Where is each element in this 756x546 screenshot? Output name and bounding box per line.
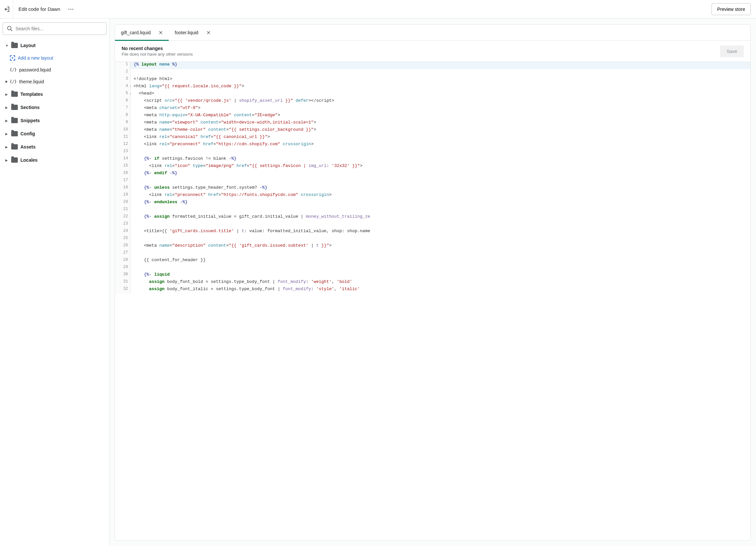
svg-point-1 xyxy=(70,9,71,10)
caret-icon: ▶ xyxy=(5,119,9,123)
line-number: 15 xyxy=(115,163,130,171)
code-line[interactable] xyxy=(130,69,750,76)
tabs: gift_card.liquid✕footer.liquid✕ xyxy=(115,25,750,41)
folder-icon xyxy=(11,158,18,163)
code-line[interactable]: <script src="{{ 'vendor/qrcode.js' | sho… xyxy=(130,98,750,105)
code-line[interactable]: {%- unless settings.type_header_font.sys… xyxy=(130,185,750,192)
line-number: 31 xyxy=(115,279,130,286)
code-line[interactable] xyxy=(130,221,750,229)
code-line[interactable] xyxy=(130,207,750,214)
search-box[interactable] xyxy=(3,22,106,35)
code-line[interactable]: {{ content_for_header }} xyxy=(130,258,750,265)
tab-footer.liquid[interactable]: footer.liquid✕ xyxy=(169,25,217,41)
code-line[interactable]: <link rel="icon" type="image/png" href="… xyxy=(130,163,750,171)
line-number: 19 xyxy=(115,192,130,200)
code-line[interactable]: {%- if settings.favicon != blank -%} xyxy=(130,156,750,163)
line-number: 20 xyxy=(115,200,130,207)
svg-point-2 xyxy=(72,9,73,10)
code-line[interactable]: <meta name="description" content="{{ 'gi… xyxy=(130,243,750,250)
folder-sections[interactable]: ▶Sections xyxy=(3,101,106,114)
folder-label: Layout xyxy=(20,43,36,48)
liquid-icon: {/} xyxy=(10,67,16,72)
code-line[interactable] xyxy=(130,149,750,156)
back-button[interactable] xyxy=(0,0,13,18)
code-line[interactable]: <html lang="{{ request.locale.iso_code }… xyxy=(130,84,750,91)
line-number: 13 xyxy=(115,149,130,156)
save-button[interactable]: Save xyxy=(720,45,744,57)
exit-icon xyxy=(3,6,10,13)
folder-label: Config xyxy=(20,131,35,136)
line-number: 6 xyxy=(115,98,130,105)
folder-config[interactable]: ▶Config xyxy=(3,127,106,140)
tab-label: gift_card.liquid xyxy=(121,30,151,35)
folder-locales[interactable]: ▶Locales xyxy=(3,154,106,167)
file-label: theme.liquid xyxy=(19,79,44,84)
file-tree: ▼Layout+Add a new layout{/}password.liqu… xyxy=(3,39,106,167)
line-number: 14 xyxy=(115,156,130,163)
code-line[interactable]: <title>{{ 'gift_cards.issued.title' | t:… xyxy=(130,229,750,236)
tab-gift_card.liquid[interactable]: gift_card.liquid✕ xyxy=(115,25,169,41)
folder-label: Sections xyxy=(20,105,40,110)
folder-label: Locales xyxy=(20,158,38,163)
folder-assets[interactable]: ▶Assets xyxy=(3,140,106,154)
code-line[interactable]: <head> xyxy=(130,91,750,98)
code-line[interactable]: <meta http-equiv="X-UA-Compatible" conte… xyxy=(130,113,750,120)
code-line[interactable] xyxy=(130,236,750,243)
preview-store-button[interactable]: Preview store xyxy=(712,3,751,15)
line-number: 16 xyxy=(115,171,130,178)
code-line[interactable] xyxy=(130,265,750,272)
folder-layout[interactable]: ▼Layout xyxy=(3,39,106,52)
line-number: 21 xyxy=(115,207,130,214)
line-number: 25 xyxy=(115,236,130,243)
code-line[interactable] xyxy=(130,178,750,185)
code-line[interactable]: {%- endif -%} xyxy=(130,171,750,178)
line-number: 28 xyxy=(115,258,130,265)
close-icon[interactable]: ✕ xyxy=(159,30,163,36)
add-layout-action[interactable]: +Add a new layout xyxy=(7,52,106,64)
line-number: 26 xyxy=(115,243,130,250)
line-number: 11 xyxy=(115,134,130,142)
line-number: 2 xyxy=(115,69,130,76)
add-icon: + xyxy=(10,55,15,61)
code-line[interactable]: {%- liquid xyxy=(130,272,750,279)
line-number: 23 xyxy=(115,221,130,229)
code-line[interactable]: <meta name="viewport" content="width=dev… xyxy=(130,120,750,127)
folder-snippets[interactable]: ▶Snippets xyxy=(3,114,106,127)
code-line[interactable]: <meta name="theme-color" content="{{ set… xyxy=(130,127,750,134)
folder-templates[interactable]: ▶Templates xyxy=(3,88,106,101)
folder-label: Assets xyxy=(20,144,36,150)
code-line[interactable]: assign body_font_bold = settings.type_bo… xyxy=(130,279,750,286)
line-number: 9 xyxy=(115,120,130,127)
code-line[interactable]: <link rel="preconnect" href="https://fon… xyxy=(130,192,750,200)
file-theme.liquid[interactable]: {/}theme.liquid xyxy=(7,76,106,88)
folder-icon xyxy=(11,92,18,97)
code-editor[interactable]: 1{% layout none %}23<!doctype html>4▾<ht… xyxy=(115,62,751,541)
folder-icon xyxy=(11,118,18,123)
code-line[interactable]: <link rel="canonical" href="{{ canonical… xyxy=(130,134,750,142)
code-line[interactable]: {%- assign formatted_initial_value = gif… xyxy=(130,214,750,221)
line-number: 3 xyxy=(115,76,130,84)
code-line[interactable]: {%- endunless -%} xyxy=(130,200,750,207)
caret-icon: ▶ xyxy=(5,145,9,149)
main: gift_card.liquid✕footer.liquid✕ No recen… xyxy=(109,18,756,546)
file-password.liquid[interactable]: {/}password.liquid xyxy=(7,64,106,76)
folder-icon xyxy=(11,131,18,136)
code-line[interactable]: <meta charset="utf-8"> xyxy=(130,105,750,113)
code-line[interactable]: assign body_font_italic = settings.type_… xyxy=(130,286,750,294)
line-number: 30 xyxy=(115,272,130,279)
caret-icon: ▼ xyxy=(5,44,9,47)
code-line[interactable]: <!doctype html> xyxy=(130,76,750,84)
caret-icon: ▶ xyxy=(5,158,9,162)
code-line[interactable] xyxy=(130,250,750,258)
tab-label: footer.liquid xyxy=(175,30,198,35)
more-button[interactable] xyxy=(66,4,76,14)
file-label: password.liquid xyxy=(19,67,51,72)
code-line[interactable]: <link rel="preconnect" href="https://cdn… xyxy=(130,142,750,149)
line-number: 29 xyxy=(115,265,130,272)
search-input[interactable] xyxy=(15,26,102,31)
code-line[interactable]: {% layout none %} xyxy=(130,62,750,69)
folder-icon xyxy=(11,105,18,110)
dots-icon xyxy=(68,9,73,10)
close-icon[interactable]: ✕ xyxy=(206,30,211,36)
line-number: 1 xyxy=(115,62,130,69)
